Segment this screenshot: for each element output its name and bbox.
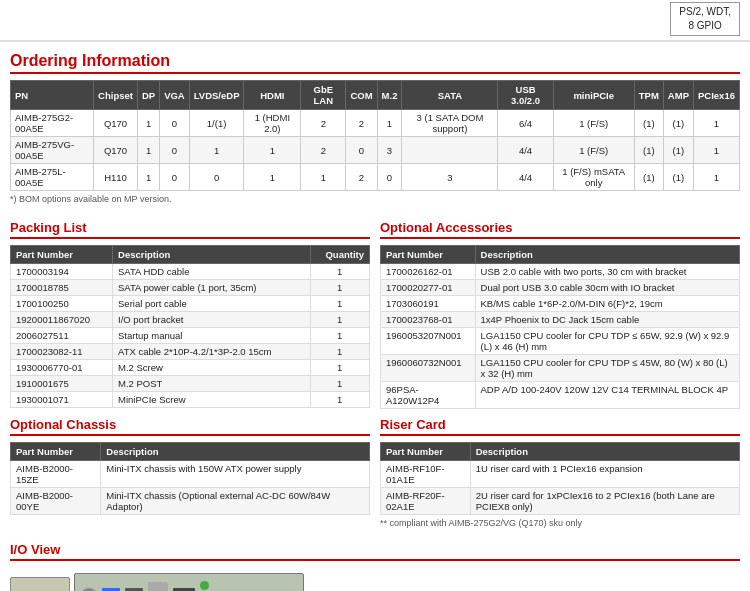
accessory-row: 96PSA-A120W12P4ADP A/D 100-240V 120W 12V… xyxy=(381,382,740,409)
col-tpm: TPM xyxy=(634,81,663,110)
ordering-cell-0-11: 1 (F/S) xyxy=(553,110,634,137)
ordering-cell-2-1: H110 xyxy=(94,164,138,191)
spec-label: PS/2, WDT, 8 GPIO xyxy=(679,6,731,31)
riser-card-table: Part Number Description AIMB-RF10F-01A1E… xyxy=(380,442,740,515)
riser-cell-1-1: 2U riser card for 1xPCIex16 to 2 PCIex16… xyxy=(470,488,739,515)
packing-cell-0-1: SATA HDD cable xyxy=(113,264,311,280)
audio-jack-1 xyxy=(200,581,209,590)
ordering-cell-1-8: 3 xyxy=(377,137,402,164)
accessory-cell-0-1: USB 2.0 cable with two ports, 30 cm with… xyxy=(475,264,739,280)
packing-row: 1930006770-01M.2 Screw1 xyxy=(11,360,370,376)
packing-cell-3-0: 19200011867020 xyxy=(11,312,113,328)
packing-cell-6-2: 1 xyxy=(310,360,369,376)
chassis-row: AIMB-B2000-15ZEMini-ITX chassis with 150… xyxy=(11,461,370,488)
ordering-cell-1-2: 1 xyxy=(137,137,159,164)
optional-accessories-table: Part Number Description 1700026162-01USB… xyxy=(380,245,740,409)
ordering-cell-0-8: 1 xyxy=(377,110,402,137)
packing-cell-2-2: 1 xyxy=(310,296,369,312)
col-pciex16: PCIex16 xyxy=(693,81,739,110)
ordering-title: Ordering Information xyxy=(10,52,740,74)
top-strip: PS/2, WDT, 8 GPIO xyxy=(0,0,750,42)
col-m2: M.2 xyxy=(377,81,402,110)
ordering-cell-2-6: 1 xyxy=(301,164,346,191)
packing-cell-1-0: 1700018785 xyxy=(11,280,113,296)
io-view-image xyxy=(10,567,740,591)
col-amp: AMP xyxy=(663,81,693,110)
audio-ports xyxy=(200,581,209,592)
ordering-cell-2-0: AIMB-275L-00A5E xyxy=(11,164,94,191)
packing-cell-2-1: Serial port cable xyxy=(113,296,311,312)
ordering-cell-1-12: (1) xyxy=(634,137,663,164)
ordering-cell-1-0: AIMB-275VG-00A5E xyxy=(11,137,94,164)
ordering-cell-2-9: 3 xyxy=(402,164,498,191)
packing-cell-7-2: 1 xyxy=(310,376,369,392)
riser-card-col: Riser Card Part Number Description AIMB-… xyxy=(380,417,740,528)
two-col-lower: Optional Chassis Part Number Description… xyxy=(0,417,750,536)
packing-col-partnum: Part Number xyxy=(11,246,113,264)
packing-list-col: Packing List Part Number Description Qua… xyxy=(10,220,370,409)
lan-port xyxy=(148,582,168,591)
ordering-cell-0-9: 3 (1 SATA DOM support) xyxy=(402,110,498,137)
col-usb: USB 3.0/2.0 xyxy=(498,81,553,110)
ordering-cell-1-10: 4/4 xyxy=(498,137,553,164)
riser-row: AIMB-RF10F-01A1E1U riser card with 1 PCI… xyxy=(381,461,740,488)
col-hdmi: HDMI xyxy=(244,81,301,110)
chassis-cell-1-0: AIMB-B2000-00YE xyxy=(11,488,101,515)
io-view-title: I/O View xyxy=(10,542,740,561)
packing-cell-2-0: 1700100250 xyxy=(11,296,113,312)
col-minipcie: miniPCIe xyxy=(553,81,634,110)
packing-cell-7-0: 1910001675 xyxy=(11,376,113,392)
ordering-cell-1-13: (1) xyxy=(663,137,693,164)
ordering-cell-1-9 xyxy=(402,137,498,164)
acc-col-desc: Description xyxy=(475,246,739,264)
ordering-cell-2-14: 1 xyxy=(693,164,739,191)
ordering-cell-0-4: 1/(1) xyxy=(189,110,244,137)
io-block-1 xyxy=(10,577,70,591)
accessory-cell-2-0: 1703060191 xyxy=(381,296,476,312)
ordering-cell-1-5: 1 xyxy=(244,137,301,164)
packing-cell-1-1: SATA power cable (1 port, 35cm) xyxy=(113,280,311,296)
packing-cell-3-1: I/O port bracket xyxy=(113,312,311,328)
optional-chassis-table: Part Number Description AIMB-B2000-15ZEM… xyxy=(10,442,370,515)
ordering-cell-2-8: 0 xyxy=(377,164,402,191)
packing-row: 1700018785SATA power cable (1 port, 35cm… xyxy=(11,280,370,296)
packing-cell-8-0: 1930001071 xyxy=(11,392,113,408)
chassis-col-desc: Description xyxy=(101,443,370,461)
accessory-cell-3-0: 1700023768-01 xyxy=(381,312,476,328)
ordering-cell-1-1: Q170 xyxy=(94,137,138,164)
packing-row: 19200011867020I/O port bracket1 xyxy=(11,312,370,328)
optional-accessories-col: Optional Accessories Part Number Descrip… xyxy=(380,220,740,409)
accessory-row: 1960053207N001LGA1150 CPU cooler for CPU… xyxy=(381,328,740,355)
col-pn: PN xyxy=(11,81,94,110)
accessory-cell-0-0: 1700026162-01 xyxy=(381,264,476,280)
ordering-cell-2-11: 1 (F/S) mSATA only xyxy=(553,164,634,191)
packing-col-qty: Quantity xyxy=(310,246,369,264)
chassis-cell-0-1: Mini-ITX chassis with 150W ATX power sup… xyxy=(101,461,370,488)
packing-cell-5-2: 1 xyxy=(310,344,369,360)
ordering-row: AIMB-275VG-00A5EQ17010112034/41 (F/S)(1)… xyxy=(11,137,740,164)
two-col-section: Packing List Part Number Description Qua… xyxy=(0,212,750,417)
packing-cell-5-0: 1700023082-11 xyxy=(11,344,113,360)
riser-cell-0-1: 1U riser card with 1 PCIex16 expansion xyxy=(470,461,739,488)
ordering-cell-2-10: 4/4 xyxy=(498,164,553,191)
packing-list-title: Packing List xyxy=(10,220,370,239)
ordering-cell-1-4: 1 xyxy=(189,137,244,164)
packing-cell-8-1: MiniPCIe Screw xyxy=(113,392,311,408)
packing-cell-4-2: 1 xyxy=(310,328,369,344)
chassis-cell-1-1: Mini-ITX chassis (Optional external AC-D… xyxy=(101,488,370,515)
col-vga: VGA xyxy=(160,81,190,110)
ordering-cell-0-10: 6/4 xyxy=(498,110,553,137)
ordering-cell-0-5: 1 (HDMI 2.0) xyxy=(244,110,301,137)
ordering-cell-1-3: 0 xyxy=(160,137,190,164)
packing-row: 1700100250Serial port cable1 xyxy=(11,296,370,312)
packing-cell-0-2: 1 xyxy=(310,264,369,280)
ordering-cell-0-6: 2 xyxy=(301,110,346,137)
ordering-cell-2-12: (1) xyxy=(634,164,663,191)
packing-cell-4-1: Startup manual xyxy=(113,328,311,344)
ordering-row: AIMB-275L-00A5EH110100112034/41 (F/S) mS… xyxy=(11,164,740,191)
accessory-cell-6-1: ADP A/D 100-240V 120W 12V C14 TERMINAL B… xyxy=(475,382,739,409)
accessory-row: 1700020277-01Dual port USB 3.0 cable 30c… xyxy=(381,280,740,296)
ordering-row: AIMB-275G2-00A5EQ170101/(1)1 (HDMI 2.0)2… xyxy=(11,110,740,137)
ordering-cell-0-0: AIMB-275G2-00A5E xyxy=(11,110,94,137)
ordering-note: *) BOM options available on MP version. xyxy=(10,194,740,204)
